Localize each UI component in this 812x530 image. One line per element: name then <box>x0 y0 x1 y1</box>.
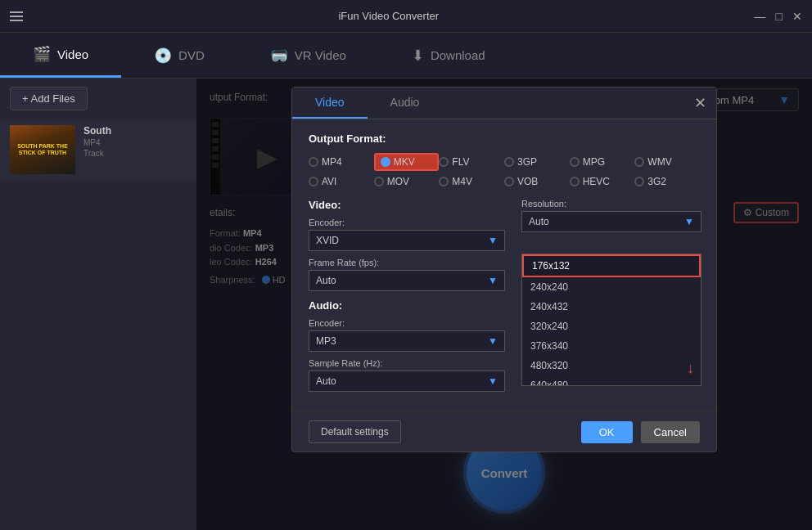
tab-download[interactable]: ⬇ Download <box>379 33 518 78</box>
encoder-label: Encoder: <box>309 218 505 227</box>
dialog-tab-audio[interactable]: Audio <box>368 88 443 119</box>
settings-dialog: Video Audio ✕ Output Format: MP4 <box>291 87 717 452</box>
samplerate-row: Sample Rate (Hz): Auto ▼ <box>309 358 505 392</box>
wmv-radio <box>634 157 644 167</box>
output-format-title: Output Format: <box>309 132 700 145</box>
framerate-value: Auto <box>316 275 336 286</box>
default-settings-button[interactable]: Default settings <box>309 420 401 443</box>
format-vob[interactable]: VOB <box>504 176 570 187</box>
vr-tab-icon: 🥽 <box>270 47 288 65</box>
window-controls: — □ ✕ <box>755 10 802 23</box>
dialog-tabs: Video Audio ✕ <box>292 88 716 119</box>
format-mp4[interactable]: MP4 <box>309 153 374 171</box>
thumb-text: SOUTH PARK THE STICK OF TRUTH <box>10 141 75 159</box>
title-bar-left <box>10 11 23 21</box>
minimize-button[interactable]: — <box>755 10 766 23</box>
audio-encoder-row: Encoder: MP3 ▼ <box>309 318 505 352</box>
audio-encoder-arrow: ▼ <box>488 335 498 347</box>
file-audio: Track <box>83 149 187 158</box>
resolution-dropdown: 176x132 240x240 240x432 320x240 376x340 … <box>521 254 701 386</box>
audio-encoder-select[interactable]: MP3 ▼ <box>309 330 505 352</box>
3g2-radio <box>634 177 644 186</box>
encoder-select[interactable]: XVID ▼ <box>309 230 505 251</box>
thumb-image: SOUTH PARK THE STICK OF TRUTH <box>10 125 75 174</box>
flv-radio <box>439 157 449 167</box>
res-option-3[interactable]: 320x240 <box>522 317 701 336</box>
res-option-1[interactable]: 240x240 <box>522 277 701 297</box>
file-name: South <box>83 125 187 137</box>
hevc-label: HEVC <box>583 176 610 187</box>
video-section-header: Video: <box>309 199 505 211</box>
maximize-button[interactable]: □ <box>776 10 783 23</box>
mkv-radio <box>381 157 390 167</box>
framerate-row: Frame Rate (fps): Auto ▼ <box>309 258 505 291</box>
3gp-label: 3GP <box>517 156 537 168</box>
samplerate-select[interactable]: Auto ▼ <box>309 371 505 392</box>
format-3gp[interactable]: 3GP <box>504 153 570 171</box>
file-item: SOUTH PARK THE STICK OF TRUTH South MP4 … <box>0 119 196 181</box>
dialog-overlay: Video Audio ✕ Output Format: MP4 <box>196 79 812 530</box>
right-panel: utput Format: ⊞ Custom MP4 ▼ ▶ <box>196 79 812 530</box>
app-title: iFun Video Converter <box>23 10 755 22</box>
file-thumbnail: SOUTH PARK THE STICK OF TRUTH <box>10 125 75 174</box>
format-3g2[interactable]: 3G2 <box>634 176 700 187</box>
tab-dvd-label: DVD <box>178 48 205 62</box>
framerate-label: Frame Rate (fps): <box>309 258 505 267</box>
format-hevc[interactable]: HEVC <box>570 176 635 187</box>
res-option-0[interactable]: 176x132 <box>522 254 701 277</box>
audio-section-header: Audio: <box>309 299 505 312</box>
format-avi[interactable]: AVI <box>309 176 374 187</box>
dialog-close-button[interactable]: ✕ <box>694 94 706 112</box>
res-option-4[interactable]: 376x340 <box>522 336 701 356</box>
res-option-5[interactable]: 480x320 <box>522 356 701 375</box>
dialog-tab-video[interactable]: Video <box>292 88 368 119</box>
file-format: MP4 <box>83 138 187 147</box>
tab-video[interactable]: 🎬 Video <box>0 33 121 78</box>
hamburger-menu[interactable] <box>10 11 23 21</box>
format-mov[interactable]: MOV <box>374 176 440 187</box>
encoder-row: Encoder: XVID ▼ <box>309 218 505 251</box>
avi-radio <box>309 177 318 186</box>
video-tab-icon: 🎬 <box>33 45 51 63</box>
format-flv[interactable]: FLV <box>439 153 504 171</box>
m4v-label: M4V <box>452 176 472 187</box>
scroll-down-arrow: ↓ <box>687 360 694 377</box>
mp4-label: MP4 <box>322 156 342 168</box>
file-info: South MP4 Track <box>83 125 187 158</box>
tab-dvd[interactable]: 💿 DVD <box>121 33 237 78</box>
audio-encoder-label: Encoder: <box>309 318 505 328</box>
m4v-radio <box>439 177 449 186</box>
3g2-label: 3G2 <box>647 176 666 187</box>
download-tab-icon: ⬇ <box>412 47 424 65</box>
add-files-button[interactable]: + Add Files <box>10 87 88 110</box>
wmv-label: WMV <box>647 156 671 168</box>
framerate-select[interactable]: Auto ▼ <box>309 270 505 291</box>
format-mkv[interactable]: MKV <box>374 153 440 171</box>
res-option-2[interactable]: 240x432 <box>522 297 701 317</box>
format-m4v[interactable]: M4V <box>439 176 504 187</box>
tab-vr[interactable]: 🥽 VR Video <box>237 33 379 78</box>
flv-label: FLV <box>452 156 469 168</box>
format-wmv[interactable]: WMV <box>634 153 700 171</box>
ok-button[interactable]: OK <box>581 421 633 443</box>
mpg-radio <box>570 157 580 167</box>
main-tabs: 🎬 Video 💿 DVD 🥽 VR Video ⬇ Download <box>0 33 812 79</box>
res-option-6[interactable]: 640x480 <box>522 375 701 385</box>
encoder-value: XVID <box>316 235 339 246</box>
resolution-select[interactable]: Auto ▼ <box>521 211 701 232</box>
audio-encoder-value: MP3 <box>316 335 336 347</box>
format-mpg[interactable]: MPG <box>570 153 635 171</box>
resolution-label: Resolution: <box>521 199 701 209</box>
mpg-label: MPG <box>583 156 605 168</box>
mov-label: MOV <box>387 176 409 187</box>
resolution-scroll: 176x132 240x240 240x432 320x240 376x340 … <box>522 254 701 385</box>
avi-label: AVI <box>322 176 336 187</box>
vob-radio <box>504 177 514 186</box>
samplerate-label: Sample Rate (Hz): <box>309 358 505 368</box>
dialog-content: Output Format: MP4 MKV F <box>292 119 716 411</box>
mkv-label: MKV <box>394 156 415 168</box>
close-button[interactable]: ✕ <box>792 10 802 23</box>
mp4-radio <box>309 157 318 167</box>
hevc-radio <box>570 177 580 186</box>
cancel-button[interactable]: Cancel <box>641 421 700 443</box>
